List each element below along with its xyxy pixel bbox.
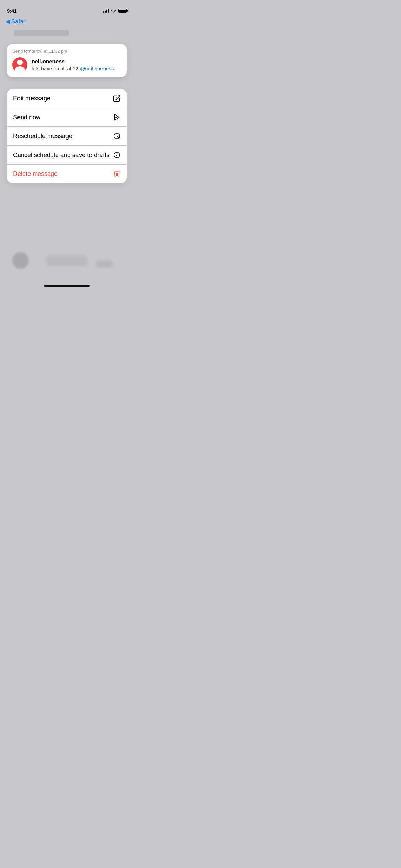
contact-info: neil.oneness lets have a call at 12 @nei… <box>32 59 121 71</box>
contact-row: neil.oneness lets have a call at 12 @nei… <box>12 57 121 72</box>
bottom-blur-2 <box>46 256 87 266</box>
wifi-icon <box>111 9 116 13</box>
status-time: 9:41 <box>7 8 17 14</box>
avatar <box>12 57 27 72</box>
message-body: lets have a call at 12 <box>32 65 80 71</box>
menu-item-cancel-draft[interactable]: Cancel schedule and save to drafts <box>7 146 127 165</box>
contact-name: neil.oneness <box>32 59 121 65</box>
signal-icon <box>103 9 109 13</box>
battery-icon <box>118 9 127 13</box>
message-text: lets have a call at 12 @neil.oneness <box>32 65 121 71</box>
bottom-blur-3 <box>96 261 113 267</box>
clock-arrow-icon <box>113 132 121 140</box>
back-arrow-icon: ◀ <box>5 18 10 25</box>
status-bar: 9:41 <box>0 0 134 16</box>
avatar-head <box>17 60 23 65</box>
action-menu: Edit message Send now Reschedule message <box>7 89 127 183</box>
message-preview-card: Send tomorrow at 11:32 pm neil.oneness l… <box>7 44 127 77</box>
menu-item-reschedule-label: Reschedule message <box>13 133 72 140</box>
menu-item-send-label: Send now <box>13 114 40 121</box>
avatar-body <box>15 66 25 72</box>
menu-item-cancel-draft-label: Cancel schedule and save to drafts <box>13 152 109 159</box>
menu-item-reschedule[interactable]: Reschedule message <box>7 127 127 146</box>
clock-draft-icon <box>113 151 121 159</box>
menu-item-edit[interactable]: Edit message <box>7 89 127 108</box>
menu-item-edit-label: Edit message <box>13 95 50 102</box>
home-indicator <box>44 285 90 287</box>
status-icons <box>103 9 127 13</box>
menu-item-send[interactable]: Send now <box>7 108 127 127</box>
menu-item-delete-label: Delete message <box>13 170 58 178</box>
scheduled-label: Send tomorrow at 11:32 pm <box>12 49 121 54</box>
message-mention: @neil.oneness <box>80 65 114 71</box>
bg-overlay-text <box>14 30 69 36</box>
send-icon <box>113 113 121 121</box>
back-nav[interactable]: ◀ Safari <box>0 16 134 28</box>
menu-item-delete[interactable]: Delete message <box>7 165 127 183</box>
trash-icon <box>113 170 121 178</box>
pencil-icon <box>113 95 121 102</box>
bottom-blur-1 <box>12 252 29 269</box>
back-label: Safari <box>11 18 26 25</box>
